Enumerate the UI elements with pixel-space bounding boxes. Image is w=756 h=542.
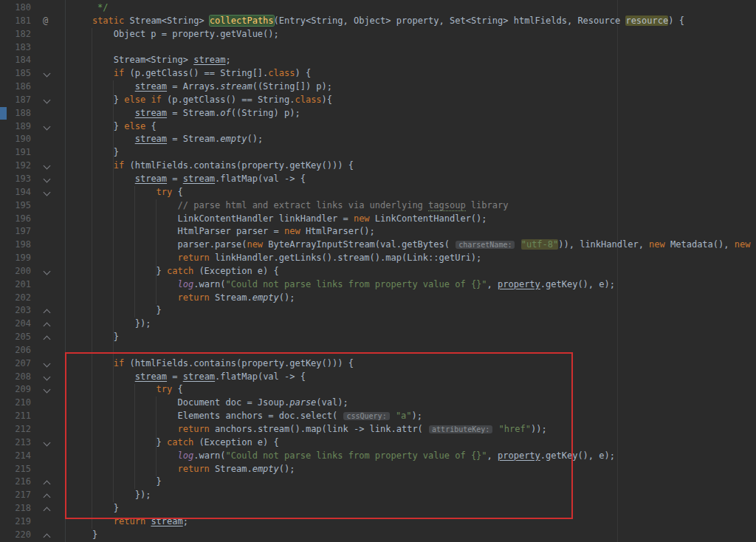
code-text[interactable]: parser.parse(new ByteArrayInputStream(va… [65, 239, 756, 252]
line-number[interactable]: 186 [0, 80, 31, 94]
code-text[interactable]: try { [65, 186, 756, 199]
code-text[interactable]: return linkHandler.getLinks().stream().m… [65, 252, 756, 265]
fold-collapse-icon[interactable] [44, 162, 51, 170]
gutter[interactable]: 180 [0, 1, 65, 15]
gutter[interactable]: 181@ [0, 15, 65, 28]
fold-collapse-icon[interactable] [44, 386, 51, 394]
line-number[interactable]: 196 [0, 213, 31, 226]
gutter[interactable]: 196 [0, 213, 65, 226]
gutter[interactable]: 215 [0, 463, 65, 476]
line-number[interactable]: 215 [0, 463, 31, 476]
gutter[interactable]: 213 [0, 436, 65, 450]
gutter[interactable]: 191 [0, 146, 65, 159]
fold-expand-icon[interactable] [44, 481, 51, 488]
gutter[interactable]: 216 [0, 476, 65, 489]
line-number[interactable]: 216 [0, 476, 31, 489]
gutter[interactable]: 197 [0, 225, 65, 239]
line-number[interactable]: 204 [0, 318, 31, 331]
code-text[interactable]: log.warn("Could not parse links from pro… [65, 278, 756, 292]
fold-collapse-icon[interactable] [44, 267, 51, 275]
gutter[interactable]: 203 [0, 304, 65, 318]
gutter[interactable]: 218 [0, 502, 65, 515]
line-number[interactable]: 217 [0, 489, 31, 502]
gutter[interactable]: 182 [0, 28, 65, 41]
line-number[interactable]: 191 [0, 146, 31, 159]
gutter[interactable]: 200 [0, 265, 65, 278]
line-number[interactable]: 218 [0, 502, 31, 515]
gutter[interactable]: 220 [0, 529, 65, 542]
gutter[interactable]: 204 [0, 318, 65, 331]
fold-collapse-icon[interactable] [44, 176, 51, 183]
gutter[interactable]: 198 [0, 239, 65, 252]
bookmark-marker[interactable] [0, 107, 7, 120]
line-number[interactable]: 202 [0, 292, 31, 305]
line-number[interactable]: 180 [0, 1, 31, 15]
gutter[interactable]: 188 [0, 107, 65, 120]
line-number[interactable]: 209 [0, 383, 31, 397]
line-number[interactable]: 195 [0, 199, 31, 213]
code-text[interactable]: } [65, 529, 756, 542]
code-text[interactable]: } catch (Exception e) { [65, 265, 756, 278]
code-text[interactable]: return Stream.empty(); [65, 292, 756, 305]
line-number[interactable]: 187 [0, 94, 31, 107]
fold-expand-icon[interactable] [44, 507, 51, 515]
code-text[interactable]: } [65, 331, 756, 344]
fold-expand-icon[interactable] [44, 323, 51, 330]
line-number[interactable]: 198 [0, 239, 31, 252]
fold-expand-icon[interactable] [44, 309, 51, 317]
code-text[interactable]: Stream<String> stream; [65, 54, 756, 67]
gutter[interactable]: 187 [0, 94, 65, 107]
line-number[interactable]: 203 [0, 304, 31, 318]
gutter[interactable]: 212 [0, 423, 65, 436]
line-number[interactable]: 193 [0, 173, 31, 186]
gutter[interactable]: 202 [0, 292, 65, 305]
line-number[interactable]: 192 [0, 159, 31, 173]
code-text[interactable]: stream = Arrays.stream((String[]) p); [65, 80, 756, 94]
gutter[interactable]: 201 [0, 278, 65, 292]
fold-collapse-icon[interactable] [44, 188, 51, 196]
fold-collapse-icon[interactable] [44, 373, 51, 380]
gutter[interactable]: 210 [0, 397, 65, 410]
gutter[interactable]: 214 [0, 450, 65, 463]
line-number[interactable]: 211 [0, 410, 31, 423]
code-text[interactable]: stream = stream.flatMap(val -> { [65, 173, 756, 186]
fold-expand-icon[interactable] [44, 494, 51, 501]
gutter[interactable]: 192 [0, 159, 65, 173]
code-text[interactable]: } else { [65, 120, 756, 134]
code-text[interactable]: stream = Stream.empty(); [65, 133, 756, 146]
code-text[interactable]: Object p = property.getValue(); [65, 28, 756, 41]
line-number[interactable]: 197 [0, 225, 31, 239]
line-number[interactable]: 214 [0, 450, 31, 463]
line-number[interactable]: 182 [0, 28, 31, 41]
gutter[interactable]: 217 [0, 489, 65, 502]
line-number[interactable]: 200 [0, 265, 31, 278]
gutter[interactable]: 211 [0, 410, 65, 423]
code-text[interactable]: LinkContentHandler linkHandler = new Lin… [65, 213, 756, 226]
line-number[interactable]: 212 [0, 423, 31, 436]
line-number[interactable]: 199 [0, 252, 31, 265]
code-text[interactable]: // parse html and extract links via unde… [65, 199, 756, 213]
line-number[interactable]: 219 [0, 515, 31, 529]
gutter[interactable]: 190 [0, 133, 65, 146]
code-text[interactable]: */ [65, 1, 756, 15]
gutter[interactable]: 219 [0, 515, 65, 529]
code-text[interactable]: stream = Stream.of((String) p); [65, 107, 756, 120]
line-number[interactable]: 189 [0, 120, 31, 134]
gutter[interactable]: 208 [0, 371, 65, 384]
fold-collapse-icon[interactable] [44, 96, 51, 103]
gutter[interactable]: 207 [0, 357, 65, 371]
code-text[interactable]: } [65, 304, 756, 318]
code-text[interactable]: if (p.getClass() == String[].class) { [65, 67, 756, 80]
line-number[interactable]: 190 [0, 133, 31, 146]
gutter[interactable]: 195 [0, 199, 65, 213]
fold-collapse-icon[interactable] [44, 360, 51, 367]
line-number[interactable]: 206 [0, 344, 31, 357]
line-number[interactable]: 220 [0, 529, 31, 542]
fold-expand-icon[interactable] [44, 336, 51, 343]
gutter[interactable]: 206 [0, 344, 65, 357]
gutter[interactable]: 205 [0, 331, 65, 344]
gutter[interactable]: 189 [0, 120, 65, 134]
code-text[interactable] [65, 41, 756, 55]
code-text[interactable]: }); [65, 318, 756, 331]
code-text[interactable]: } [65, 146, 756, 159]
